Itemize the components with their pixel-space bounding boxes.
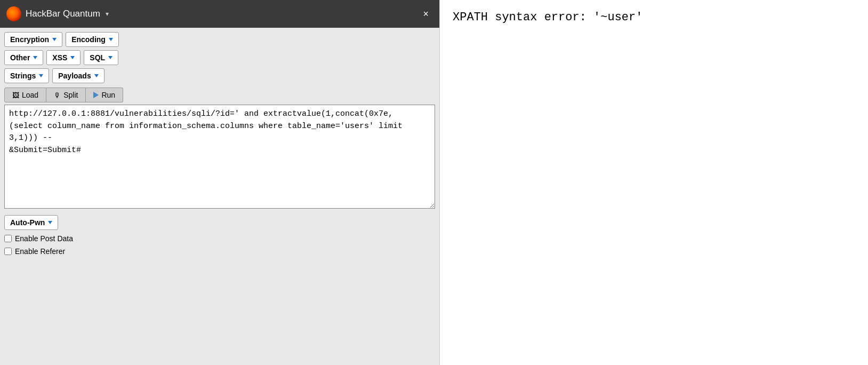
payloads-arrow — [94, 74, 99, 77]
split-icon: 🎙 — [54, 91, 61, 99]
close-button[interactable]: × — [419, 7, 433, 21]
other-button[interactable]: Other — [4, 50, 43, 65]
action-buttons-row: 🖼 Load 🎙 Split Run — [0, 85, 439, 105]
bottom-toolbar: Auto-Pwn Enable Post Data Enable Referer — [0, 211, 439, 260]
autopwn-arrow — [48, 221, 52, 224]
autopwn-row: Auto-Pwn — [4, 215, 435, 230]
load-label: Load — [22, 91, 38, 99]
app-title: HackBar Quantum — [26, 9, 100, 19]
run-label: Run — [101, 91, 115, 99]
enable-post-data-checkbox[interactable] — [4, 235, 12, 242]
post-data-row: Enable Post Data — [4, 234, 435, 243]
payloads-button[interactable]: Payloads — [52, 68, 104, 83]
xss-button[interactable]: XSS — [46, 50, 81, 65]
other-arrow — [33, 56, 37, 59]
encoding-label: Encoding — [71, 35, 106, 44]
encoding-arrow — [109, 38, 113, 41]
load-icon: 🖼 — [12, 91, 19, 99]
encryption-arrow — [52, 38, 57, 41]
enable-post-data-label: Enable Post Data — [15, 234, 73, 243]
output-panel: XPATH syntax error: '~user' — [440, 0, 868, 365]
run-icon — [93, 92, 99, 98]
strings-label: Strings — [10, 72, 36, 80]
title-dropdown-arrow[interactable]: ▾ — [106, 10, 109, 18]
sql-button[interactable]: SQL — [84, 50, 118, 65]
toolbar-row-1: Encryption Encoding — [4, 32, 435, 47]
encoding-button[interactable]: Encoding — [66, 32, 119, 47]
referer-row: Enable Referer — [4, 247, 435, 256]
split-label: Split — [63, 91, 78, 99]
url-textarea[interactable] — [4, 105, 435, 209]
sql-label: SQL — [90, 53, 105, 62]
strings-arrow — [39, 74, 43, 77]
hackbar-panel: HackBar Quantum ▾ × Encryption Encoding … — [0, 0, 440, 365]
encryption-button[interactable]: Encryption — [4, 32, 62, 47]
xpath-error-text: XPATH syntax error: '~user' — [453, 11, 642, 24]
titlebar-left: HackBar Quantum ▾ — [6, 6, 109, 21]
run-button[interactable]: Run — [86, 88, 123, 102]
split-button[interactable]: 🎙 Split — [46, 88, 86, 102]
strings-button[interactable]: Strings — [4, 68, 49, 83]
autopwn-label: Auto-Pwn — [10, 218, 45, 227]
titlebar: HackBar Quantum ▾ × — [0, 0, 439, 28]
load-button[interactable]: 🖼 Load — [4, 88, 46, 102]
toolbar-row-3: Strings Payloads — [4, 68, 435, 83]
encryption-label: Encryption — [10, 35, 49, 44]
toolbar-area: Encryption Encoding Other XSS SQL — [0, 28, 439, 85]
toolbar-row-2: Other XSS SQL — [4, 50, 435, 65]
url-textarea-container — [0, 105, 439, 211]
xss-arrow — [70, 56, 75, 59]
enable-referer-label: Enable Referer — [15, 247, 65, 256]
sql-arrow — [108, 56, 112, 59]
xss-label: XSS — [52, 53, 67, 62]
autopwn-button[interactable]: Auto-Pwn — [4, 215, 58, 230]
firefox-icon — [6, 6, 21, 21]
enable-referer-checkbox[interactable] — [4, 248, 12, 255]
other-label: Other — [10, 53, 30, 62]
payloads-label: Payloads — [58, 72, 91, 80]
